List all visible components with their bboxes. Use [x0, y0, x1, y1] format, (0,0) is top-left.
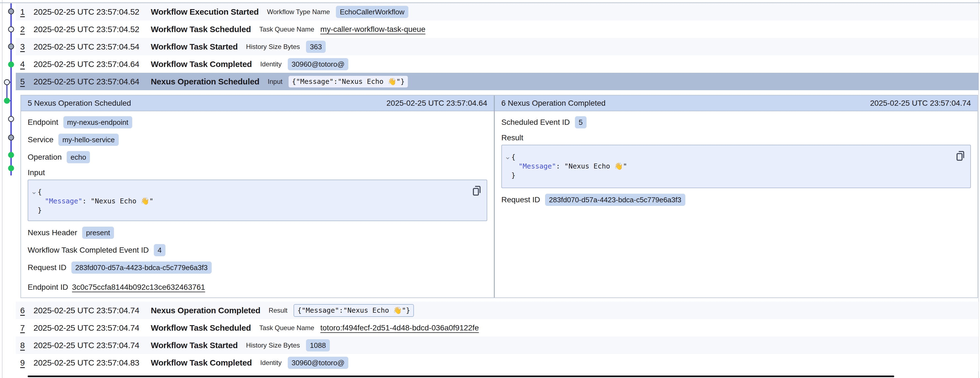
- event-id-link[interactable]: 6: [20, 306, 33, 315]
- event-detail-badge: EchoCallerWorkflow: [336, 6, 408, 18]
- event-id-link[interactable]: 8: [20, 341, 33, 350]
- panel-header: 5 Nexus Operation Scheduled 2025-02-25 U…: [21, 96, 494, 111]
- json-value: "Nexus Echo 👋": [565, 162, 627, 170]
- collapse-chevron-icon[interactable]: ›: [503, 156, 512, 161]
- event-dot[interactable]: [5, 98, 10, 104]
- event-timestamp: 2025-02-25 UTC 23:57:04.54: [33, 42, 140, 51]
- bottom-scrollbar[interactable]: [28, 375, 894, 377]
- copy-icon[interactable]: [472, 185, 482, 197]
- copy-icon[interactable]: [955, 150, 965, 162]
- field-endpoint: Endpoint my-nexus-endpoint: [28, 113, 487, 131]
- event-timestamp: 2025-02-25 UTC 23:57:04.74: [33, 341, 140, 350]
- input-section-label: Input: [28, 166, 487, 180]
- field-value-badge: 4: [154, 244, 165, 256]
- json-separator: :: [82, 197, 91, 205]
- field-label: Request ID: [501, 195, 540, 204]
- field-label: Endpoint ID: [28, 283, 68, 292]
- json-key: "Message": [519, 162, 556, 170]
- json-close-brace: }: [508, 171, 515, 180]
- event-detail-label: Workflow Type Name: [267, 8, 330, 16]
- event-detail-badge: 30960@totoro@: [288, 357, 348, 369]
- field-value-badge: 283fd070-d57a-4423-bdca-c5c779e6a3f3: [72, 262, 212, 274]
- event-timestamp: 2025-02-25 UTC 23:57:04.74: [33, 323, 140, 333]
- field-endpoint-id: Endpoint ID 3c0c75ccfa8144b092c13ce63246…: [28, 278, 487, 296]
- event-timestamp: 2025-02-25 UTC 23:57:04.64: [33, 59, 140, 69]
- event-rows-top: 1 2025-02-25 UTC 23:57:04.52 Workflow Ex…: [16, 3, 978, 90]
- task-queue-link[interactable]: my-caller-workflow-task-queue: [320, 25, 426, 34]
- event-dot[interactable]: [9, 44, 14, 49]
- event-dot[interactable]: [9, 9, 14, 14]
- event-timestamp: 2025-02-25 UTC 23:57:04.52: [33, 25, 140, 34]
- event-row[interactable]: 4 2025-02-25 UTC 23:57:04.64 Workflow Ta…: [16, 55, 978, 73]
- panel-body: Scheduled Event ID 5 Result › { "Message…: [495, 111, 977, 208]
- event-detail-label: History Size Bytes: [246, 341, 300, 349]
- event-row-selected[interactable]: 5 2025-02-25 UTC 23:57:04.64 Nexus Opera…: [16, 73, 978, 90]
- event-dot[interactable]: [5, 80, 10, 85]
- field-value-badge: my-nexus-endpoint: [64, 116, 132, 128]
- field-request-id: Request ID 283fd070-d57a-4423-bdca-c5c77…: [28, 259, 487, 276]
- event-detail-label: Input: [268, 78, 283, 86]
- result-section-label: Result: [501, 131, 971, 145]
- event-row[interactable]: 3 2025-02-25 UTC 23:57:04.54 Workflow Ta…: [16, 38, 978, 55]
- event-dot[interactable]: [9, 166, 14, 171]
- event-type-name: Workflow Task Scheduled: [151, 25, 251, 34]
- event-type-name: Workflow Task Completed: [151, 59, 252, 69]
- event-dot[interactable]: [9, 153, 14, 158]
- json-value: "Nexus Echo 👋": [91, 197, 154, 205]
- json-separator: :: [556, 162, 564, 170]
- field-label: Nexus Header: [28, 228, 77, 237]
- event-graph-timeline: [0, 0, 18, 183]
- event-timestamp: 2025-02-25 UTC 23:57:04.83: [33, 358, 140, 367]
- field-label: Request ID: [28, 263, 67, 272]
- event-row[interactable]: 1 2025-02-25 UTC 23:57:04.52 Workflow Ex…: [16, 3, 978, 21]
- event-id-link[interactable]: 1: [20, 7, 33, 17]
- nexus-completed-panel: 6 Nexus Operation Completed 2025-02-25 U…: [495, 96, 977, 297]
- event-detail-label: History Size Bytes: [246, 43, 300, 51]
- collapse-chevron-icon[interactable]: ›: [30, 191, 39, 195]
- event-rows-bottom: 6 2025-02-25 UTC 23:57:04.74 Nexus Opera…: [16, 301, 978, 372]
- event-id-link[interactable]: 4: [20, 59, 33, 69]
- event-id-link[interactable]: 3: [20, 42, 33, 51]
- panel-title: 5 Nexus Operation Scheduled: [28, 99, 131, 108]
- event-detail-label: Task Queue Name: [259, 324, 314, 332]
- field-service: Service my-hello-service: [28, 131, 487, 148]
- event-row[interactable]: 6 2025-02-25 UTC 23:57:04.74 Nexus Opera…: [16, 301, 978, 319]
- event-dot[interactable]: [9, 27, 14, 32]
- event-id-link[interactable]: 7: [20, 323, 33, 333]
- panel-body: Endpoint my-nexus-endpoint Service my-he…: [21, 111, 494, 296]
- field-operation: Operation echo: [28, 148, 487, 166]
- endpoint-id-link[interactable]: 3c0c75ccfa8144b092c13ce632463761: [72, 283, 205, 292]
- panel-timestamp: 2025-02-25 UTC 23:57:04.74: [870, 99, 971, 108]
- event-row[interactable]: 9 2025-02-25 UTC 23:57:04.83 Workflow Ta…: [16, 354, 978, 372]
- event-json-badge: {"Message":"Nexus Echo 👋"}: [294, 304, 414, 317]
- field-value-badge: my-hello-service: [58, 134, 118, 146]
- event-id-link[interactable]: 9: [20, 358, 33, 367]
- event-detail-badge: 1088: [306, 339, 330, 351]
- event-id-link[interactable]: 5: [20, 77, 33, 86]
- field-value-badge: 5: [575, 116, 587, 128]
- event-detail-label: Identity: [260, 60, 282, 68]
- field-label: Service: [28, 135, 53, 144]
- nexus-scheduled-panel: 5 Nexus Operation Scheduled 2025-02-25 U…: [21, 96, 495, 297]
- field-wft-completed-event-id: Workflow Task Completed Event ID 4: [28, 241, 487, 259]
- json-key: "Message": [45, 197, 82, 205]
- event-row[interactable]: 7 2025-02-25 UTC 23:57:04.74 Workflow Ta…: [16, 319, 978, 337]
- event-json-badge: {"Message":"Nexus Echo 👋"}: [289, 76, 408, 88]
- task-queue-link[interactable]: totoro:f494fecf-2d51-4d48-bdcd-036a0f912…: [320, 324, 479, 332]
- field-value-badge: 283fd070-d57a-4423-bdca-c5c779e6a3f3: [545, 194, 685, 206]
- event-timestamp: 2025-02-25 UTC 23:57:04.74: [33, 306, 140, 315]
- field-label: Workflow Task Completed Event ID: [28, 246, 149, 255]
- panel-timestamp: 2025-02-25 UTC 23:57:04.64: [387, 99, 487, 108]
- field-nexus-header: Nexus Header present: [28, 224, 487, 241]
- event-type-name: Workflow Task Started: [151, 42, 238, 51]
- event-dot[interactable]: [9, 62, 14, 67]
- field-label: Operation: [28, 153, 62, 162]
- event-id-link[interactable]: 2: [20, 25, 33, 34]
- result-json-block: › { "Message": "Nexus Echo 👋" }: [501, 145, 971, 188]
- event-row[interactable]: 8 2025-02-25 UTC 23:57:04.74 Workflow Ta…: [16, 337, 978, 354]
- event-dot[interactable]: [9, 135, 14, 140]
- event-row[interactable]: 2 2025-02-25 UTC 23:57:04.52 Workflow Ta…: [16, 21, 978, 38]
- event-detail-label: Result: [269, 306, 288, 314]
- event-dot[interactable]: [9, 116, 14, 122]
- event-type-name: Nexus Operation Scheduled: [151, 77, 259, 86]
